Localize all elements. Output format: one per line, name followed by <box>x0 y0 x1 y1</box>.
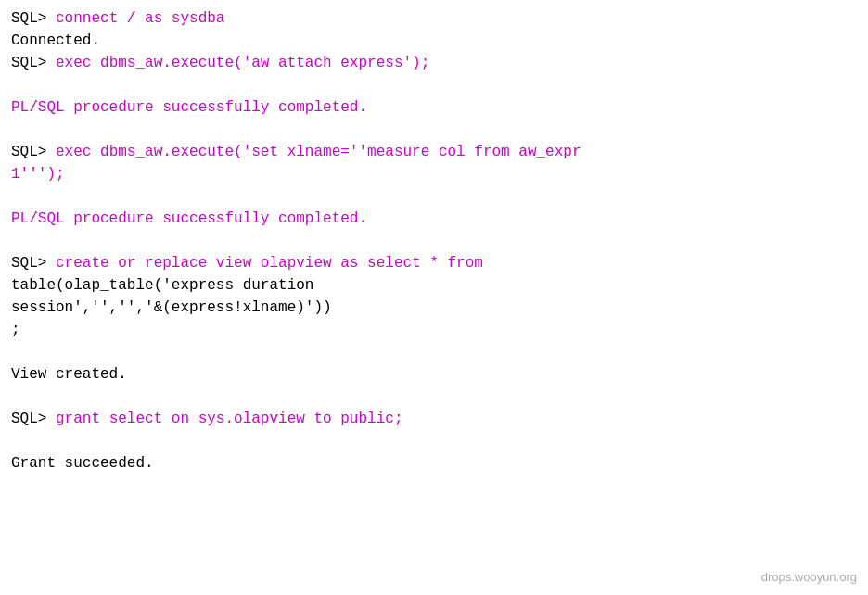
terminal-line: View created. <box>11 363 857 386</box>
terminal-line: SQL> connect / as sysdba <box>11 7 857 30</box>
empty-line <box>11 74 857 96</box>
terminal-line: Connected. <box>11 30 857 52</box>
empty-line <box>11 185 857 208</box>
terminal-line: 1'''); <box>11 163 857 185</box>
terminal-line: session','','','&(express!xlname)')) <box>11 297 857 319</box>
terminal-line: table(olap_table('express duration <box>11 274 857 297</box>
terminal-content: SQL> connect / as sysdbaConnected.SQL> e… <box>11 7 857 475</box>
watermark: drops.wooyun.org <box>761 568 857 587</box>
empty-line <box>11 386 857 408</box>
empty-line <box>11 341 857 363</box>
terminal-line: SQL> exec dbms_aw.execute('set xlname=''… <box>11 141 857 163</box>
empty-line <box>11 119 857 141</box>
terminal-line: ; <box>11 319 857 341</box>
terminal-line: PL/SQL procedure successfully completed. <box>11 208 857 230</box>
terminal-line: PL/SQL procedure successfully completed. <box>11 96 857 119</box>
empty-line <box>11 430 857 452</box>
terminal-window: SQL> connect / as sysdbaConnected.SQL> e… <box>0 0 868 595</box>
terminal-line: Grant succeeded. <box>11 452 857 475</box>
terminal-line: SQL> exec dbms_aw.execute('aw attach exp… <box>11 52 857 74</box>
empty-line <box>11 230 857 252</box>
terminal-line: SQL> grant select on sys.olapview to pub… <box>11 408 857 430</box>
terminal-line: SQL> create or replace view olapview as … <box>11 252 857 274</box>
